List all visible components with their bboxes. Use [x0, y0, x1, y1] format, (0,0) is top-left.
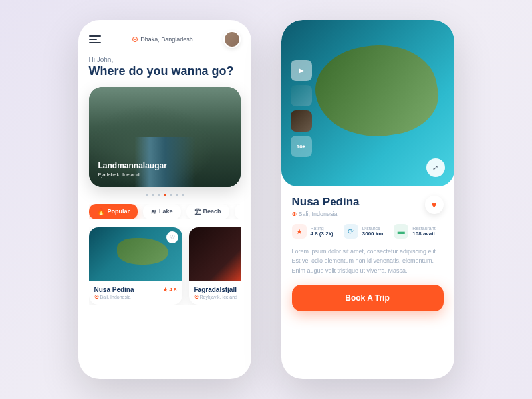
- fire-icon: 🔥: [97, 208, 105, 215]
- chip-lake[interactable]: ≋Lake: [143, 204, 181, 219]
- stats-row: ★ Rating4.8 (3.2k) ⟳ Distance3000 km ▬ R…: [292, 224, 444, 239]
- stat-restaurant: ▬ Restaurant108 avail.: [394, 224, 436, 239]
- gallery-thumbnails: ▶ 10+: [291, 60, 312, 157]
- avatar[interactable]: [223, 31, 241, 48]
- hero-card[interactable]: Landmannalaugar Fjallabak, Iceland: [89, 87, 241, 187]
- location-text: Dhaka, Bangladesh: [140, 36, 193, 43]
- star-icon: ★: [292, 224, 307, 239]
- detail-title: Nusa Pedina: [292, 196, 360, 209]
- filter-chips: 🔥Popular ≋Lake ⛱Beach ▲Mou: [89, 204, 241, 219]
- card-image: [189, 227, 241, 281]
- detail-screen: ▶ 10+ ⤢ Nusa Pedina ⦿Bali, Indonesia ♥ ★…: [281, 20, 454, 379]
- pin-icon: ⦿: [194, 295, 199, 299]
- card-image: ♡: [89, 227, 182, 281]
- book-trip-button[interactable]: Book A Trip: [292, 285, 444, 311]
- location-selector[interactable]: Dhaka, Bangladesh: [132, 36, 193, 43]
- beach-icon: ⛱: [194, 208, 201, 215]
- menu-icon[interactable]: [89, 35, 102, 43]
- hero-location: Fjallabak, Iceland: [98, 172, 167, 178]
- favorite-button[interactable]: ♡: [166, 231, 178, 243]
- expand-icon[interactable]: ⤢: [426, 158, 445, 177]
- chip-mountain[interactable]: ▲Mou: [235, 204, 241, 219]
- chip-popular[interactable]: 🔥Popular: [89, 204, 138, 219]
- card-name: Fagradalsfjall: [194, 286, 237, 293]
- destination-cards: ♡ Nusa Pedina ★4.8 ⦿Bali, Indonesia Fagr…: [89, 227, 241, 305]
- more-photos-button[interactable]: 10+: [291, 136, 312, 157]
- card-location: ⦿Bali, Indonesia: [94, 295, 177, 299]
- card-name: Nusa Pedina: [94, 286, 134, 293]
- destination-card[interactable]: Fagradalsfjall ⦿Reykjavik, Iceland: [189, 227, 241, 305]
- restaurant-icon: ▬: [394, 224, 408, 239]
- favorite-button[interactable]: ♥: [425, 196, 444, 214]
- star-icon: ★: [163, 287, 168, 293]
- detail-hero-image: ▶ 10+ ⤢: [281, 20, 454, 186]
- stat-distance: ⟳ Distance3000 km: [344, 224, 384, 239]
- pin-icon: ⦿: [94, 295, 99, 299]
- route-icon: ⟳: [344, 224, 358, 239]
- detail-location: ⦿Bali, Indonesia: [292, 211, 360, 217]
- hero-name: Landmannalaugar: [98, 161, 167, 170]
- pin-icon: ⦿: [292, 212, 297, 217]
- play-button[interactable]: ▶: [291, 60, 312, 81]
- page-title: Where do you wanna go?: [89, 65, 241, 79]
- wave-icon: ≋: [151, 208, 156, 215]
- description: Lorem ipsum dolor sit amet, consectetur …: [292, 247, 444, 275]
- greeting: Hi John,: [89, 56, 241, 63]
- destination-card[interactable]: ♡ Nusa Pedina ★4.8 ⦿Bali, Indonesia: [89, 227, 182, 305]
- header: Dhaka, Bangladesh: [89, 31, 241, 48]
- card-rating: ★4.8: [163, 287, 176, 293]
- home-screen: Dhaka, Bangladesh Hi John, Where do you …: [78, 20, 251, 379]
- card-location: ⦿Reykjavik, Iceland: [194, 295, 241, 299]
- thumbnail[interactable]: [291, 110, 312, 132]
- chip-beach[interactable]: ⛱Beach: [186, 204, 229, 219]
- carousel-dots[interactable]: [89, 194, 241, 196]
- location-icon: [132, 37, 138, 42]
- stat-rating: ★ Rating4.8 (3.2k): [292, 224, 333, 239]
- thumbnail[interactable]: [291, 85, 312, 106]
